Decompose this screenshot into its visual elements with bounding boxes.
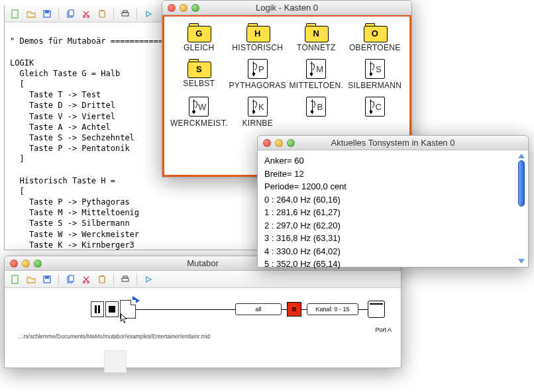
logik-item-label: PYTHAGORAS [229, 81, 286, 90]
pause-button[interactable] [91, 301, 104, 317]
folder-icon: S [187, 59, 210, 77]
tonsystem-title: Aktuelles Tonsystem in Kasten 0 [262, 138, 524, 148]
folder-key: O [364, 28, 386, 38]
logic-icon: K [248, 97, 268, 117]
zoom-icon[interactable] [34, 260, 42, 268]
close-icon[interactable] [10, 260, 18, 268]
box-indicator[interactable]: B [287, 302, 301, 317]
open-folder-icon[interactable] [25, 273, 38, 286]
logic-icon: P [248, 59, 268, 79]
mutabor-window: Mutabor [4, 256, 401, 368]
print-icon[interactable] [119, 273, 132, 286]
midi-out-icon[interactable] [368, 301, 385, 318]
copy-icon[interactable] [64, 7, 77, 21]
svg-rect-10 [123, 11, 127, 13]
paste-icon[interactable] [95, 273, 109, 286]
paste-icon[interactable] [95, 7, 109, 21]
logik-item[interactable]: C [346, 95, 405, 132]
svg-rect-22 [95, 305, 97, 313]
logic-icon: B [306, 97, 326, 117]
svg-rect-0 [12, 10, 18, 18]
logik-item-label: SELBST [183, 79, 215, 88]
close-icon[interactable] [168, 4, 176, 12]
tonsystem-titlebar[interactable]: Aktuelles Tonsystem in Kasten 0 [258, 136, 528, 150]
close-icon[interactable] [263, 139, 271, 147]
save-icon[interactable] [40, 273, 54, 286]
editor-line: Taste P -> Pentatonik [10, 144, 130, 153]
svg-rect-20 [122, 278, 129, 281]
folder-icon: H [246, 23, 269, 41]
open-folder-icon[interactable] [25, 7, 38, 21]
logik-item[interactable]: PPYTHAGORAS [229, 58, 288, 94]
logik-titlebar[interactable]: Logik - Kasten 0 [162, 1, 411, 15]
play-overlay-icon [133, 296, 140, 305]
folder-icon: G [187, 23, 210, 41]
scroll-thumb[interactable] [518, 160, 525, 207]
run-icon[interactable] [142, 273, 155, 286]
cut-icon[interactable] [80, 273, 93, 286]
toolbar-separator [113, 8, 114, 20]
editor-line: Taste S -> Sechzehntel [10, 133, 134, 142]
scrollbar[interactable] [517, 152, 526, 265]
logik-item[interactable]: KKIRNBE [229, 95, 288, 132]
run-icon[interactable] [142, 7, 155, 21]
tonsystem-line: 4 : 330,0 Hz (64,02) [264, 245, 521, 258]
port-label: Port A [375, 326, 392, 333]
logik-item[interactable]: NTONNETZ [287, 22, 346, 56]
empty-slot[interactable] [104, 350, 127, 373]
editor-line: Taste D -> Drittel [10, 101, 115, 110]
editor-line: Taste K -> Kirnberger3 [10, 240, 134, 250]
tonsystem-line: Anker= 60 [264, 154, 521, 168]
logik-item[interactable]: WWERCKMEIST. [170, 95, 229, 132]
tonsystem-line: Periode= 1200,0 cent [264, 180, 521, 193]
scroll-up-icon[interactable] [518, 154, 525, 158]
channel-range-box[interactable]: Kanal: 0 - 15 [307, 303, 358, 315]
tonsystem-line: Breite= 12 [264, 168, 521, 181]
editor-line: [ [10, 79, 25, 89]
scroll-down-icon[interactable] [518, 259, 525, 264]
tonsystem-text: Anker= 60Breite= 12Periode= 1200,0 cent … [264, 154, 521, 271]
route-line [282, 309, 287, 310]
mutabor-toolbar [5, 271, 401, 288]
print-icon[interactable] [119, 7, 132, 21]
logik-item[interactable]: OOBERTOENE [346, 22, 405, 56]
logik-item-label: MITTELTOEN. [289, 81, 343, 90]
minimize-icon[interactable] [22, 260, 30, 268]
folder-key: S [187, 64, 210, 74]
logik-item-label: OBERTOENE [349, 43, 401, 52]
midi-file-icon[interactable] [120, 300, 136, 318]
logik-item[interactable]: SSILBERMANN [346, 58, 405, 94]
logik-title: Logik - Kasten 0 [166, 3, 407, 13]
copy-icon[interactable] [64, 273, 77, 286]
minimize-icon[interactable] [275, 139, 283, 147]
logik-item[interactable]: HHISTORISCH [229, 22, 288, 56]
logik-item[interactable]: MMITTELTOEN. [287, 58, 346, 94]
editor-line: Taste M -> Mitteltoenig [10, 208, 139, 217]
logik-item[interactable]: B [287, 95, 346, 132]
toolbar-separator [113, 273, 114, 285]
zoom-icon[interactable] [191, 4, 199, 12]
logik-item-label: WERCKMEIST. [170, 119, 228, 128]
logik-item[interactable]: SSELBST [170, 58, 229, 94]
logic-key: P [258, 64, 264, 74]
new-file-icon[interactable] [9, 7, 22, 21]
folder-icon: O [364, 23, 386, 41]
treble-clef-icon [251, 62, 256, 76]
zoom-icon[interactable] [287, 139, 295, 147]
channel-all-box[interactable]: all [235, 303, 282, 315]
folder-key: N [305, 28, 327, 38]
new-file-icon[interactable] [9, 273, 22, 286]
tonsystem-line: 5 : 352,0 Hz (65,14) [264, 258, 521, 271]
cut-icon[interactable] [80, 7, 93, 21]
tonsystem-line: 2 : 297,0 Hz (62,20) [264, 219, 521, 232]
logic-icon: M [306, 59, 326, 79]
editor-line: LOGIK [10, 58, 34, 68]
minimize-icon[interactable] [180, 4, 187, 12]
logic-key: C [376, 102, 382, 112]
route-line [358, 309, 368, 310]
logik-item-label: GLEICH [184, 43, 214, 52]
editor-line: ] [10, 154, 25, 164]
stop-button[interactable] [105, 301, 119, 317]
logik-item[interactable]: GGLEICH [170, 22, 229, 56]
save-icon[interactable] [40, 7, 54, 21]
